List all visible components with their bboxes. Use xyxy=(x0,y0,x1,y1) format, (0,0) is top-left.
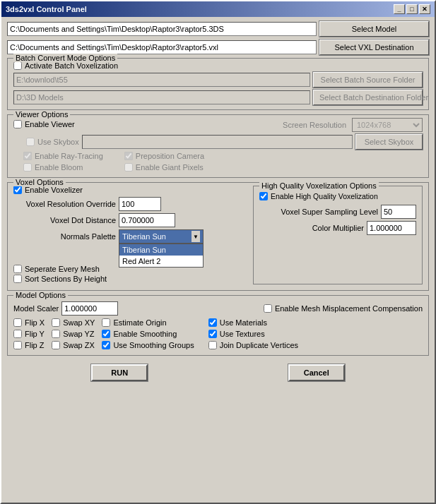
swap-yz-row: Swap YZ xyxy=(52,330,95,338)
hq-group-container: High Quality Voxelization Options Enable… xyxy=(253,186,423,284)
giant-pixels-row: Enable Giant Pixels xyxy=(124,163,204,172)
enable-voxelizer-row: Enable Voxelizer xyxy=(13,186,247,194)
flip-y-label: Flip Y xyxy=(25,330,45,338)
enable-viewer-label: Enable Viewer xyxy=(25,120,75,128)
batch-dest-row: Select Batch Destination Folder xyxy=(13,90,423,105)
enable-viewer-checkbox[interactable] xyxy=(13,120,22,128)
enable-hq-checkbox[interactable] xyxy=(259,192,268,200)
estimate-origin-row: Estimate Origin xyxy=(102,318,194,327)
activate-batch-label: Activate Batch Voxelization xyxy=(25,61,118,70)
super-sampling-input[interactable] xyxy=(381,205,416,219)
model-scaler-input[interactable] xyxy=(61,301,118,316)
giant-pixels-label: Enable Giant Pixels xyxy=(136,163,204,172)
use-textures-checkbox[interactable] xyxy=(208,330,217,338)
palette-option-redalert[interactable]: Red Alert 2 xyxy=(119,256,203,267)
select-batch-dest-button[interactable]: Select Batch Destination Folder xyxy=(313,90,423,105)
sort-sections-checkbox[interactable] xyxy=(13,275,22,283)
viewer-group: Viewer Options Enable Viewer Screen Reso… xyxy=(7,114,429,178)
use-materials-label: Use Materials xyxy=(220,318,267,327)
estimate-origin-label: Estimate Origin xyxy=(113,318,166,327)
minimize-button[interactable]: _ xyxy=(394,4,405,14)
cancel-button[interactable]: Cancel xyxy=(288,364,345,381)
run-button[interactable]: RUN xyxy=(91,364,148,381)
voxel-section: Enable Voxelizer Voxel Resolution Overri… xyxy=(13,186,423,284)
use-materials-checkbox[interactable] xyxy=(208,318,217,327)
select-batch-source-button[interactable]: Select Batch Source Folder xyxy=(313,72,423,88)
flip-x-checkbox[interactable] xyxy=(13,318,22,327)
batch-source-input[interactable] xyxy=(13,73,310,87)
preposition-checkbox[interactable] xyxy=(124,152,133,160)
swap-xy-label: Swap XY xyxy=(63,318,95,327)
enable-voxelizer-label: Enable Voxelizer xyxy=(25,186,83,194)
hq-group-label: High Quality Voxelization Options xyxy=(259,181,379,190)
resolution-label: Screen Resolution xyxy=(283,121,346,129)
select-skybox-button[interactable]: Select Skybox xyxy=(355,134,423,150)
use-smoothing-groups-row: Use Smoothing Groups xyxy=(102,341,194,349)
batch-group-label: Batch Convert Mode Options xyxy=(13,54,117,62)
select-vxl-button[interactable]: Select VXL Destination xyxy=(319,40,429,55)
activate-batch-checkbox[interactable] xyxy=(13,61,22,70)
giant-pixels-checkbox[interactable] xyxy=(124,163,133,172)
palette-wrapper: Tiberian Sun ▼ Tiberian Sun Red Alert 2 xyxy=(119,229,204,244)
enable-viewer-row: Enable Viewer xyxy=(13,120,75,128)
swap-zx-row: Swap ZX xyxy=(52,341,95,349)
palette-select-display[interactable]: Tiberian Sun ▼ xyxy=(119,229,204,244)
batch-group: Batch Convert Mode Options Activate Batc… xyxy=(7,58,429,110)
model-checks-section: Flip X Flip Y Flip Z Swap XY xyxy=(13,318,423,351)
palette-arrow-icon: ▼ xyxy=(192,231,200,242)
use-materials-row: Use Materials xyxy=(208,318,298,327)
enable-smoothing-row: Enable Smoothing xyxy=(102,330,194,338)
color-multiplier-input[interactable] xyxy=(367,221,416,235)
flip-column: Flip X Flip Y Flip Z xyxy=(13,318,45,351)
model-path-input[interactable] xyxy=(7,22,317,36)
swap-zx-checkbox[interactable] xyxy=(52,341,60,349)
flip-z-checkbox[interactable] xyxy=(13,341,22,349)
bloom-checkbox[interactable] xyxy=(23,163,32,172)
enable-smoothing-label: Enable Smoothing xyxy=(113,330,177,338)
use-skybox-checkbox[interactable] xyxy=(26,138,35,146)
palette-option-tiberian[interactable]: Tiberian Sun xyxy=(119,244,203,256)
sort-sections-row: Sort Sections By Height xyxy=(13,275,247,283)
separate-mesh-checkbox[interactable] xyxy=(13,265,22,273)
batch-dest-input[interactable] xyxy=(13,90,310,104)
enable-smoothing-checkbox[interactable] xyxy=(102,330,110,338)
model-scaler-label: Model Scaler xyxy=(13,304,59,313)
select-model-button[interactable]: Select Model xyxy=(319,21,429,37)
viewer-group-label: Viewer Options xyxy=(13,110,70,119)
join-dup-checkbox[interactable] xyxy=(208,341,217,349)
bottom-buttons: RUN Cancel xyxy=(7,361,429,384)
ray-tracing-label: Enable Ray-Tracing xyxy=(35,152,103,160)
palette-selected-value: Tiberian Sun xyxy=(122,232,192,241)
close-button[interactable]: ✕ xyxy=(419,4,430,14)
resolution-override-input[interactable] xyxy=(119,197,161,211)
palette-dropdown: Tiberian Sun Red Alert 2 xyxy=(119,244,204,268)
ray-tracing-checkbox[interactable] xyxy=(23,152,32,160)
swap-xy-checkbox[interactable] xyxy=(52,318,60,327)
use-smoothing-groups-label: Use Smoothing Groups xyxy=(113,341,194,349)
use-textures-row: Use Textures xyxy=(208,330,298,338)
super-sampling-row: Voxel Super Sampling Level xyxy=(259,205,416,219)
voxel-left: Enable Voxelizer Voxel Resolution Overri… xyxy=(13,186,247,284)
flip-x-row: Flip X xyxy=(13,318,45,327)
use-smoothing-groups-checkbox[interactable] xyxy=(102,341,110,349)
use-textures-label: Use Textures xyxy=(220,330,265,338)
voxel-group-label: Voxel Options xyxy=(13,178,66,186)
swap-yz-label: Swap YZ xyxy=(63,330,94,338)
mesh-comp-checkbox[interactable] xyxy=(264,304,272,313)
dot-distance-input[interactable] xyxy=(119,213,175,227)
voxel-group: Voxel Options Enable Voxelizer Voxel Res… xyxy=(7,182,429,291)
join-dup-label: Join Duplicate Vertices xyxy=(220,341,298,349)
window-title: 3ds2vxl Control Panel xyxy=(6,5,87,13)
super-sampling-label: Voxel Super Sampling Level xyxy=(281,208,378,216)
vxl-path-input[interactable] xyxy=(7,40,317,54)
skybox-path-input[interactable] xyxy=(82,135,353,149)
estimate-origin-checkbox[interactable] xyxy=(102,318,110,327)
resolution-select[interactable]: 1024x768 xyxy=(352,118,423,132)
swap-yz-checkbox[interactable] xyxy=(52,330,60,338)
skybox-row: Use Skybox Select Skybox xyxy=(13,134,423,150)
flip-y-checkbox[interactable] xyxy=(13,330,22,338)
dot-distance-row: Voxel Dot Distance xyxy=(13,213,247,227)
enable-voxelizer-checkbox[interactable] xyxy=(13,186,22,194)
enable-hq-label: Enable High Quality Voxelization xyxy=(271,192,378,200)
maximize-button[interactable]: □ xyxy=(406,4,418,14)
